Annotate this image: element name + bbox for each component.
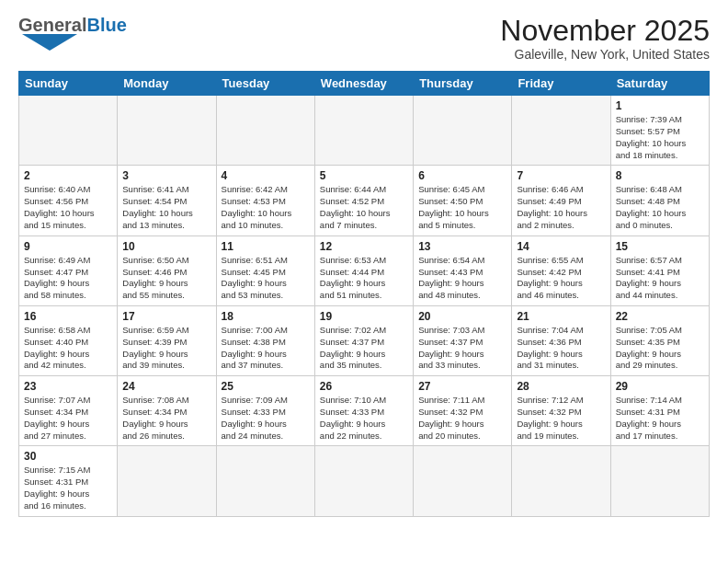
day-number: 5 (320, 169, 408, 182)
calendar-cell: 14Sunrise: 6:55 AM Sunset: 4:42 PM Dayli… (512, 236, 610, 305)
calendar-cell: 25Sunrise: 7:09 AM Sunset: 4:33 PM Dayli… (216, 376, 314, 446)
day-info: Sunrise: 7:03 AM Sunset: 4:37 PM Dayligh… (418, 325, 506, 372)
day-number: 23 (24, 380, 112, 393)
weekday-header-thursday: Thursday (414, 72, 512, 96)
calendar-cell: 11Sunrise: 6:51 AM Sunset: 4:45 PM Dayli… (216, 236, 314, 305)
weekday-header-row: SundayMondayTuesdayWednesdayThursdayFrid… (19, 72, 710, 96)
calendar-cell: 30Sunrise: 7:15 AM Sunset: 4:31 PM Dayli… (19, 446, 118, 516)
svg-marker-0 (22, 34, 77, 51)
day-info: Sunrise: 6:45 AM Sunset: 4:50 PM Dayligh… (418, 184, 506, 231)
calendar-cell: 18Sunrise: 7:00 AM Sunset: 4:38 PM Dayli… (216, 305, 314, 375)
logo-general-text: General (18, 15, 86, 36)
day-info: Sunrise: 7:12 AM Sunset: 4:32 PM Dayligh… (517, 395, 605, 442)
calendar-cell: 3Sunrise: 6:41 AM Sunset: 4:54 PM Daylig… (118, 166, 216, 236)
day-number: 20 (418, 310, 506, 323)
day-info: Sunrise: 7:14 AM Sunset: 4:31 PM Dayligh… (616, 395, 704, 442)
calendar-cell: 10Sunrise: 6:50 AM Sunset: 4:46 PM Dayli… (118, 236, 216, 305)
calendar-cell (19, 96, 118, 166)
day-number: 4 (222, 169, 310, 182)
day-info: Sunrise: 6:41 AM Sunset: 4:54 PM Dayligh… (122, 184, 210, 231)
day-info: Sunrise: 6:59 AM Sunset: 4:39 PM Dayligh… (122, 325, 210, 372)
header: General Blue November 2025 Galeville, Ne… (18, 15, 710, 62)
day-number: 6 (418, 169, 506, 182)
calendar-cell: 23Sunrise: 7:07 AM Sunset: 4:34 PM Dayli… (19, 376, 118, 446)
calendar-cell: 19Sunrise: 7:02 AM Sunset: 4:37 PM Dayli… (314, 305, 413, 375)
day-info: Sunrise: 7:08 AM Sunset: 4:34 PM Dayligh… (122, 395, 210, 442)
day-info: Sunrise: 7:15 AM Sunset: 4:31 PM Dayligh… (24, 465, 112, 511)
calendar-cell: 17Sunrise: 6:59 AM Sunset: 4:39 PM Dayli… (118, 305, 216, 375)
calendar-cell: 9Sunrise: 6:49 AM Sunset: 4:47 PM Daylig… (19, 236, 118, 305)
day-number: 7 (517, 169, 605, 182)
day-info: Sunrise: 6:46 AM Sunset: 4:49 PM Dayligh… (517, 184, 605, 231)
calendar-cell (118, 96, 216, 166)
logo-area: General Blue (18, 15, 127, 54)
day-info: Sunrise: 6:57 AM Sunset: 4:41 PM Dayligh… (616, 255, 704, 302)
week-row-5: 23Sunrise: 7:07 AM Sunset: 4:34 PM Dayli… (19, 376, 710, 446)
calendar-cell: 15Sunrise: 6:57 AM Sunset: 4:41 PM Dayli… (610, 236, 709, 305)
weekday-header-sunday: Sunday (19, 72, 118, 96)
day-number: 29 (616, 380, 704, 393)
calendar-cell: 7Sunrise: 6:46 AM Sunset: 4:49 PM Daylig… (512, 166, 610, 236)
day-info: Sunrise: 6:54 AM Sunset: 4:43 PM Dayligh… (418, 255, 506, 302)
day-number: 26 (320, 380, 408, 393)
day-number: 11 (222, 240, 310, 253)
day-number: 9 (24, 240, 112, 253)
day-info: Sunrise: 7:04 AM Sunset: 4:36 PM Dayligh… (517, 325, 605, 372)
day-number: 16 (24, 310, 112, 323)
calendar-cell: 13Sunrise: 6:54 AM Sunset: 4:43 PM Dayli… (414, 236, 512, 305)
calendar-cell: 2Sunrise: 6:40 AM Sunset: 4:56 PM Daylig… (19, 166, 118, 236)
calendar-cell (512, 96, 610, 166)
day-number: 13 (418, 240, 506, 253)
calendar-cell: 6Sunrise: 6:45 AM Sunset: 4:50 PM Daylig… (414, 166, 512, 236)
page: General Blue November 2025 Galeville, Ne… (0, 0, 728, 563)
day-info: Sunrise: 6:48 AM Sunset: 4:48 PM Dayligh… (616, 184, 704, 231)
day-number: 17 (122, 310, 210, 323)
calendar-cell: 1Sunrise: 7:39 AM Sunset: 5:57 PM Daylig… (610, 96, 709, 166)
day-number: 19 (320, 310, 408, 323)
calendar-cell: 12Sunrise: 6:53 AM Sunset: 4:44 PM Dayli… (314, 236, 413, 305)
calendar-cell: 28Sunrise: 7:12 AM Sunset: 4:32 PM Dayli… (512, 376, 610, 446)
day-info: Sunrise: 7:05 AM Sunset: 4:35 PM Dayligh… (616, 325, 704, 372)
calendar-cell: 22Sunrise: 7:05 AM Sunset: 4:35 PM Dayli… (610, 305, 709, 375)
day-number: 27 (418, 380, 506, 393)
weekday-header-monday: Monday (118, 72, 216, 96)
day-info: Sunrise: 7:10 AM Sunset: 4:33 PM Dayligh… (320, 395, 408, 442)
week-row-6: 30Sunrise: 7:15 AM Sunset: 4:31 PM Dayli… (19, 446, 710, 516)
day-info: Sunrise: 7:00 AM Sunset: 4:38 PM Dayligh… (222, 325, 310, 372)
day-info: Sunrise: 7:11 AM Sunset: 4:32 PM Dayligh… (418, 395, 506, 442)
calendar-cell: 24Sunrise: 7:08 AM Sunset: 4:34 PM Dayli… (118, 376, 216, 446)
week-row-4: 16Sunrise: 6:58 AM Sunset: 4:40 PM Dayli… (19, 305, 710, 375)
day-info: Sunrise: 7:07 AM Sunset: 4:34 PM Dayligh… (24, 395, 112, 442)
weekday-header-saturday: Saturday (610, 72, 709, 96)
day-number: 10 (122, 240, 210, 253)
day-number: 21 (517, 310, 605, 323)
day-info: Sunrise: 6:40 AM Sunset: 4:56 PM Dayligh… (24, 184, 112, 231)
day-info: Sunrise: 6:55 AM Sunset: 4:42 PM Dayligh… (517, 255, 605, 302)
week-row-1: 1Sunrise: 7:39 AM Sunset: 5:57 PM Daylig… (19, 96, 710, 166)
day-info: Sunrise: 7:09 AM Sunset: 4:33 PM Dayligh… (222, 395, 310, 442)
day-info: Sunrise: 6:44 AM Sunset: 4:52 PM Dayligh… (320, 184, 408, 231)
calendar-cell: 21Sunrise: 7:04 AM Sunset: 4:36 PM Dayli… (512, 305, 610, 375)
day-number: 22 (616, 310, 704, 323)
day-info: Sunrise: 7:39 AM Sunset: 5:57 PM Dayligh… (616, 114, 704, 161)
weekday-header-friday: Friday (512, 72, 610, 96)
day-info: Sunrise: 6:50 AM Sunset: 4:46 PM Dayligh… (122, 255, 210, 302)
day-number: 3 (122, 169, 210, 182)
calendar-cell (118, 446, 216, 516)
calendar-cell (610, 446, 709, 516)
day-info: Sunrise: 6:53 AM Sunset: 4:44 PM Dayligh… (320, 255, 408, 302)
logo-icon (22, 34, 77, 51)
day-info: Sunrise: 7:02 AM Sunset: 4:37 PM Dayligh… (320, 325, 408, 372)
weekday-header-tuesday: Tuesday (216, 72, 314, 96)
day-number: 30 (24, 450, 112, 463)
calendar: SundayMondayTuesdayWednesdayThursdayFrid… (18, 71, 710, 517)
calendar-cell: 26Sunrise: 7:10 AM Sunset: 4:33 PM Dayli… (314, 376, 413, 446)
day-info: Sunrise: 6:58 AM Sunset: 4:40 PM Dayligh… (24, 325, 112, 372)
day-number: 12 (320, 240, 408, 253)
title-area: November 2025 Galeville, New York, Unite… (500, 15, 710, 62)
day-number: 1 (616, 99, 704, 112)
calendar-cell: 16Sunrise: 6:58 AM Sunset: 4:40 PM Dayli… (19, 305, 118, 375)
day-number: 2 (24, 169, 112, 182)
calendar-cell (314, 446, 413, 516)
logo-row: General Blue (18, 15, 127, 36)
